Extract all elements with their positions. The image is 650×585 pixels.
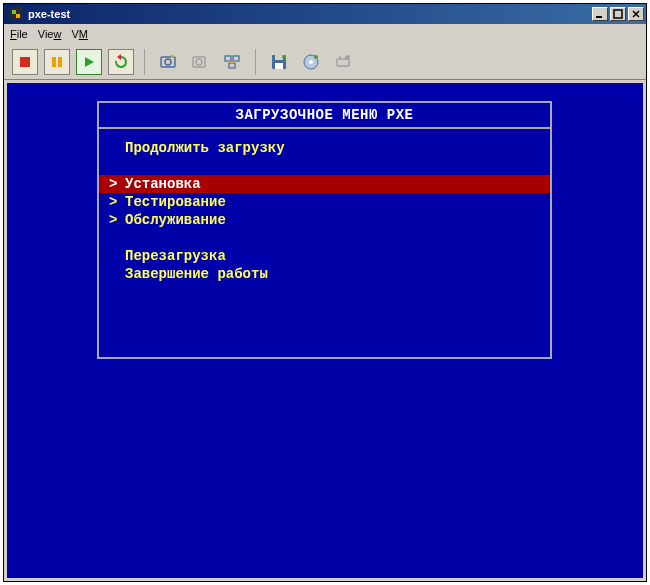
svg-rect-3 — [596, 16, 602, 18]
svg-rect-20 — [275, 63, 283, 69]
restart-button[interactable] — [108, 49, 134, 75]
toolbar — [4, 44, 646, 80]
stop-button[interactable] — [12, 49, 38, 75]
pxe-item-continue[interactable]: Продолжить загрузку — [99, 139, 550, 157]
pxe-item-label: Обслуживание — [125, 212, 226, 228]
minimize-button[interactable] — [592, 7, 608, 21]
svg-rect-12 — [171, 55, 174, 58]
maximize-button[interactable] — [610, 7, 626, 21]
svg-rect-2 — [16, 14, 20, 18]
svg-rect-25 — [337, 59, 349, 66]
pxe-gap — [99, 229, 550, 247]
svg-point-23 — [309, 60, 313, 64]
svg-rect-6 — [52, 57, 56, 67]
menu-view[interactable]: View — [38, 28, 62, 40]
menubar: File View VM — [4, 24, 646, 44]
titlebar: pxe-test — [4, 4, 646, 24]
menu-file[interactable]: File — [10, 28, 28, 40]
svg-point-14 — [196, 59, 202, 65]
manage-snapshots-button[interactable] — [219, 49, 245, 75]
svg-rect-17 — [229, 63, 235, 68]
snapshot-button[interactable] — [155, 49, 181, 75]
vm-window: pxe-test File View VM — [3, 3, 647, 582]
vm-console[interactable]: ЗАГРУЗОЧНОЕ МЕНЮ PXE Продолжить загрузку… — [7, 83, 643, 578]
svg-rect-16 — [233, 56, 239, 61]
pxe-item-label: Завершение работы — [125, 266, 268, 282]
svg-marker-8 — [85, 57, 94, 67]
pxe-menu-panel: ЗАГРУЗОЧНОЕ МЕНЮ PXE Продолжить загрузку… — [97, 101, 552, 359]
pxe-menu-title: ЗАГРУЗОЧНОЕ МЕНЮ PXE — [99, 103, 550, 129]
cdrom-button[interactable] — [298, 49, 324, 75]
network-button[interactable] — [330, 49, 356, 75]
pxe-item-label: Перезагрузка — [125, 248, 226, 264]
close-button[interactable] — [628, 7, 644, 21]
window-title: pxe-test — [28, 8, 592, 20]
svg-rect-5 — [20, 57, 30, 67]
svg-rect-15 — [225, 56, 231, 61]
toolbar-separator — [144, 49, 145, 75]
pxe-item-reboot[interactable]: Перезагрузка — [99, 247, 550, 265]
svg-point-11 — [165, 59, 171, 65]
revert-snapshot-button[interactable] — [187, 49, 213, 75]
pxe-item-label: Установка — [125, 176, 201, 192]
pxe-item-shutdown[interactable]: Завершение работы — [99, 265, 550, 283]
svg-point-26 — [346, 55, 350, 59]
svg-marker-9 — [117, 54, 121, 60]
pxe-item-install[interactable]: >Установка — [99, 175, 550, 193]
pxe-gap — [99, 157, 550, 175]
pxe-item-label: Тестирование — [125, 194, 226, 210]
svg-rect-7 — [58, 57, 62, 67]
pause-button[interactable] — [44, 49, 70, 75]
pxe-item-maintenance[interactable]: >Обслуживание — [99, 211, 550, 229]
window-controls — [592, 7, 644, 21]
pxe-item-label: Продолжить загрузку — [125, 140, 285, 156]
app-icon — [8, 6, 24, 22]
toolbar-separator-2 — [255, 49, 256, 75]
pxe-item-testing[interactable]: >Тестирование — [99, 193, 550, 211]
svg-rect-19 — [275, 55, 283, 60]
svg-rect-4 — [614, 10, 622, 18]
menu-vm[interactable]: VM — [71, 28, 88, 40]
floppy-button[interactable] — [266, 49, 292, 75]
pxe-menu-body: Продолжить загрузку >Установка >Тестиров… — [99, 129, 550, 283]
svg-point-24 — [314, 55, 318, 59]
svg-rect-1 — [12, 10, 16, 14]
svg-point-21 — [282, 55, 286, 59]
play-button[interactable] — [76, 49, 102, 75]
